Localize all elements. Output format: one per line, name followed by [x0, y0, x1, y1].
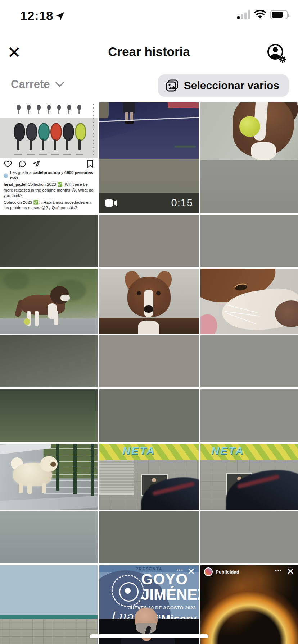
story-privacy-settings-icon[interactable] [266, 42, 286, 63]
post-caption-block: Les gusta a padelproshop y 4900 personas… [4, 170, 95, 213]
photo-cell-blurry-olive[interactable] [99, 389, 199, 442]
gallery-toolbar: Carrete Seleccionar varios [0, 74, 298, 97]
ad-more-icon: ••• [275, 568, 282, 574]
select-multiple-button[interactable]: Seleccionar varios [158, 74, 289, 97]
graffiti-text: NETA [211, 445, 244, 457]
post-hashtags: #HEAD #HEADPadel #Padel #padelracquets #… [4, 212, 95, 213]
status-icons [237, 10, 288, 19]
ad-close-icon: ✕ [286, 566, 294, 577]
photo-cell-blurry-light[interactable] [0, 511, 98, 564]
photo-cell-dog-portrait[interactable] [99, 269, 199, 334]
photo-cell-blurry-dark[interactable] [0, 215, 98, 267]
photo-cell-fire-ad[interactable]: Publicidad ••• ✕ [200, 565, 298, 644]
fire-ring-image [200, 565, 298, 644]
home-indicator[interactable] [90, 634, 208, 638]
create-story-screen: 12:18 ✕ Crear historia [0, 0, 298, 644]
photo-cell-blurry-gray[interactable] [200, 215, 298, 267]
photo-cell-blurry-gray[interactable] [200, 389, 298, 442]
header: ✕ Crear historia [0, 40, 298, 65]
comment-icon [18, 160, 27, 168]
ad-label: Publicidad [216, 569, 239, 575]
select-multiple-label: Seleccionar varios [184, 79, 279, 92]
racket-chart-strip [0, 104, 98, 118]
photo-cell-sky-building[interactable] [0, 565, 98, 644]
album-selector[interactable]: Carrete [11, 78, 64, 91]
story-more-icon: ••• [176, 567, 184, 573]
post-action-icons [4, 159, 94, 169]
page-title: Crear historia [0, 45, 298, 59]
chart-dotted-axis [93, 104, 94, 156]
photo-cell-blurry-gray[interactable] [99, 215, 199, 267]
ad-avatar [204, 567, 213, 576]
liker-avatar [4, 173, 8, 178]
battery-icon [270, 10, 288, 19]
wifi-icon [254, 10, 266, 19]
video-cell-padel-court[interactable]: 0:15 [99, 102, 199, 213]
photo-cell-dog-closeup[interactable] [200, 269, 298, 334]
racket-product-image [0, 118, 98, 158]
padel-court-photo [99, 102, 199, 159]
photo-cell-dog-standing[interactable] [0, 269, 98, 334]
photo-cell-building-graffiti-2[interactable]: NETA [200, 444, 298, 510]
photo-cell-dog-with-ball[interactable] [200, 102, 298, 213]
poster-spiral-logo [112, 575, 144, 607]
chevron-down-icon [55, 81, 64, 88]
graffiti-text: NETA [122, 445, 155, 457]
photo-cell-blurry-gray[interactable] [200, 511, 298, 564]
video-duration: 0:15 [171, 197, 193, 209]
bookmark-icon [87, 160, 94, 168]
photo-cell-blurry-olive[interactable] [99, 511, 199, 564]
clock: 12:18 [20, 9, 53, 23]
share-icon [32, 160, 41, 168]
photo-cell-instagram-post[interactable]: Les gusta a padelproshop y 4900 personas… [0, 102, 98, 213]
photo-cell-comedy-poster[interactable]: PRESENTA Luanco a Mar GOYO JIMÉNEZ JUEVE… [99, 565, 199, 644]
like-icon [4, 160, 12, 168]
album-name: Carrete [11, 78, 50, 91]
multi-photo-icon [165, 79, 179, 92]
camera-roll-grid: Les gusta a padelproshop y 4900 personas… [0, 102, 298, 644]
photo-cell-blurry-green[interactable] [0, 389, 98, 442]
cellular-signal-icon [237, 10, 250, 19]
video-info-band: 0:15 [99, 193, 199, 213]
photo-cell-building-graffiti[interactable]: NETA [99, 444, 199, 510]
status-bar: 12:18 [0, 0, 298, 34]
photo-cell-chow-chow[interactable] [0, 444, 98, 510]
photo-cell-blurry-gray[interactable] [200, 335, 298, 387]
photo-cell-blurry-gray[interactable] [99, 335, 199, 387]
location-arrow-icon [55, 11, 66, 22]
video-camera-icon [104, 198, 119, 208]
story-close-icon: ✕ [187, 567, 195, 576]
photo-cell-blurry-gradient[interactable] [0, 335, 98, 387]
